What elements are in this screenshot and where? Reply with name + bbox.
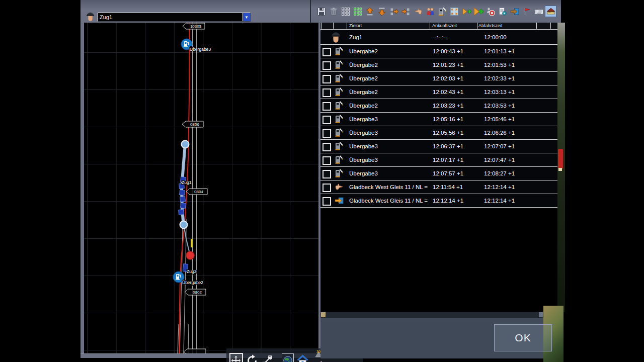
table-row[interactable]: Übergabe2 12:00:43 +1 12:01:13 +1	[320, 45, 557, 58]
svg-text:0802: 0802	[193, 290, 202, 295]
destination-cell: Übergabe3	[349, 157, 378, 163]
train-row[interactable]: Zug1 --:--:-- 12:00:00	[320, 30, 557, 45]
row-checkbox[interactable]	[323, 75, 331, 83]
hand-icon[interactable]	[413, 6, 423, 17]
table-header: Zielort Ankunftszeit Abfahrtszeit	[320, 23, 557, 30]
flag-icon[interactable]	[521, 6, 532, 17]
map-label-handover3: Übergabe3	[190, 47, 211, 52]
globe-view-button[interactable]	[282, 353, 294, 362]
schedule-toolbar	[311, 0, 561, 23]
destination-cell: Übergabe2	[349, 103, 378, 109]
row-checkbox[interactable]	[323, 143, 331, 151]
dropdown-arrow-icon[interactable]: ▼	[243, 13, 250, 21]
train-select-dropdown[interactable]: Zug1 ▼	[98, 13, 251, 22]
keyboard-icon[interactable]	[533, 6, 544, 17]
destination-cell: Übergabe2	[349, 48, 378, 54]
column-departure: Abfahrtszeit	[478, 23, 503, 28]
refuel-stop-icon	[334, 101, 344, 111]
row-checkbox[interactable]	[323, 129, 331, 138]
departure-cell: 12:07:47 +1	[484, 157, 515, 163]
expand-icon[interactable]	[449, 6, 459, 17]
arrival-cell: 12:06:37 +1	[433, 143, 463, 149]
move-object-button[interactable]	[261, 353, 273, 362]
table-row[interactable]: Übergabe3 12:06:37 +1 12:07:07 +1	[320, 140, 557, 153]
row-checkbox[interactable]	[323, 184, 331, 192]
arrival-cell: 12:03:23 +1	[433, 103, 463, 109]
table-row[interactable]: Übergabe3 12:07:17 +1 12:07:47 +1	[320, 153, 557, 167]
destination-cell: Übergabe2	[349, 89, 378, 95]
map-label-zug2: Zug2	[187, 269, 197, 274]
track-map[interactable]: 1030$ 0806 0804 0802 Übergabe3	[84, 23, 318, 353]
table-row[interactable]: Übergabe2 12:03:23 +1 12:03:53 +1	[320, 99, 557, 113]
row-checkbox[interactable]	[323, 102, 331, 111]
table-row[interactable]: Gladbeck West Gleis 11 / NL = 49 12:11:5…	[320, 180, 557, 194]
signal-plate: 0802	[185, 289, 206, 295]
home-view-button[interactable]	[296, 353, 309, 362]
row-checkbox[interactable]	[323, 170, 331, 178]
arrival-cell: 12:00:43 +1	[433, 48, 463, 54]
move-down-icon[interactable]	[376, 6, 387, 17]
column-arrival: Ankunftszeit	[432, 23, 457, 28]
waypoint-dot-top	[182, 141, 189, 148]
signal-plate: 0804	[186, 189, 207, 195]
grid-large-icon[interactable]	[352, 6, 363, 17]
train-select-value: Zug1	[98, 14, 243, 20]
svg-text:1030$: 1030$	[190, 24, 202, 29]
refuel-stop-icon	[334, 87, 344, 97]
departure-cell: 12:01:53 +1	[484, 62, 515, 68]
row-checkbox[interactable]	[323, 88, 331, 97]
move-up-icon[interactable]	[364, 6, 375, 17]
departure-cell: 12:05:46 +1	[484, 116, 515, 122]
row-checkbox[interactable]	[323, 197, 331, 206]
rotate-view-button[interactable]	[246, 353, 259, 362]
departure-cell: 12:06:26 +1	[484, 130, 515, 136]
contact-point-icon[interactable]	[545, 6, 556, 17]
pan-mode-button[interactable]	[229, 353, 243, 362]
yellow-block-segment	[191, 239, 193, 247]
table-row[interactable]: Gladbeck West Gleis 11 / NL = 49 12:12:1…	[320, 194, 557, 208]
svg-text:0804: 0804	[194, 190, 203, 194]
signal-plate: 0806	[182, 121, 203, 127]
goto-destination-icon	[334, 196, 344, 206]
horizontal-scrollbar[interactable]	[320, 312, 543, 318]
signal-plate-partial	[184, 349, 206, 353]
destination-cell: Übergabe2	[349, 75, 378, 81]
row-checkbox[interactable]	[323, 61, 331, 70]
table-row[interactable]: Übergabe3 12:05:16 +1 12:05:46 +1	[320, 113, 557, 126]
departure-cell: 12:07:07 +1	[484, 143, 515, 149]
arrival-cell: 12:05:56 +1	[433, 130, 463, 136]
map-label-zug1: Zug1	[182, 180, 192, 185]
train-driver-avatar-icon	[86, 11, 95, 22]
table-rows: Übergabe2 12:00:43 +1 12:01:13 +1 Überga…	[320, 45, 557, 208]
save-icon[interactable]	[316, 6, 327, 17]
row-checkbox[interactable]	[323, 116, 331, 124]
table-row[interactable]: Übergabe2 12:01:23 +1 12:01:53 +1	[320, 58, 557, 72]
svg-text:0806: 0806	[190, 122, 199, 127]
delete-icon[interactable]	[328, 6, 339, 17]
row-checkbox[interactable]	[323, 48, 331, 56]
table-row[interactable]: Übergabe2 12:02:03 +1 12:02:33 +1	[320, 72, 557, 85]
row-checkbox[interactable]	[323, 156, 331, 165]
game-scene-signal	[558, 149, 563, 169]
table-row[interactable]: Übergabe3 12:07:57 +1 12:08:27 +1	[320, 167, 557, 180]
scrollbar-thumb[interactable]	[321, 312, 326, 317]
signal-plate: 1030$	[183, 23, 205, 29]
add-waypoint-icon[interactable]	[461, 6, 471, 17]
departure-cell: 12:03:53 +1	[484, 103, 515, 109]
insert-after-icon[interactable]	[388, 6, 399, 17]
destination-cell: Übergabe3	[349, 116, 378, 122]
passengers-icon[interactable]	[425, 6, 435, 17]
goto-destination-icon[interactable]	[509, 6, 520, 17]
add-destination-icon[interactable]	[473, 6, 484, 17]
schedule-table: Zielort Ankunftszeit Abfahrtszeit Zug1 -…	[320, 23, 557, 208]
remove-stop-icon[interactable]	[485, 6, 496, 17]
table-row[interactable]: Übergabe2 12:02:43 +1 12:03:13 +1	[320, 85, 557, 99]
document-settings-icon[interactable]	[497, 6, 508, 17]
ok-button[interactable]: OK	[494, 324, 552, 351]
waypoint-dot-mid	[180, 221, 188, 229]
grid-small-icon[interactable]	[340, 6, 351, 17]
table-row[interactable]: Übergabe3 12:05:56 +1 12:06:26 +1	[320, 126, 557, 140]
scrollbar-end-button[interactable]	[539, 312, 543, 317]
refuel-stop-icon[interactable]	[437, 6, 447, 17]
insert-before-icon[interactable]	[400, 6, 411, 17]
